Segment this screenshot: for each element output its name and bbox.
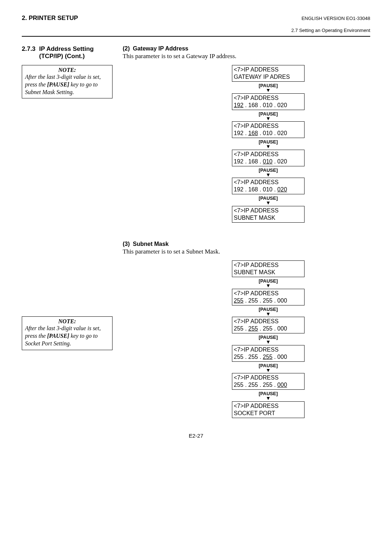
- display-line2: 192 . 168 . 010 . 020: [234, 186, 303, 193]
- display-box: <7>IP ADDRESS 255 . 255 . 255 . 000: [232, 317, 305, 333]
- display-line1: <7>IP ADDRESS: [234, 374, 303, 381]
- display-line1: <7>IP ADDRESS: [234, 207, 303, 214]
- subsection-title: Gateway IP Address: [133, 45, 188, 52]
- display-line1: <7>IP ADDRESS: [234, 346, 303, 353]
- ip-segment: 192: [234, 102, 244, 108]
- display-box: <7>IP ADDRESS 192 . 168 . 010 . 020: [232, 178, 305, 194]
- ip-segment: 010: [263, 158, 273, 165]
- ip-segment: 000: [277, 382, 287, 388]
- ip-segment: 255: [234, 297, 244, 304]
- gateway-flow: <7>IP ADDRESS GATEWAY IP ADRES [PAUSE] ▼…: [166, 65, 370, 223]
- note-body: After the last 3-digit value is set, pre…: [25, 73, 109, 96]
- display-line2: SUBNET MASK: [234, 269, 303, 276]
- display-box: <7>IP ADDRESS 192 . 168 . 010 . 020: [232, 121, 305, 138]
- arrow-down-icon: ▼: [266, 117, 271, 121]
- gateway-desc: This parameter is to set a Gateway IP ad…: [123, 53, 370, 60]
- display-line1: <7>IP ADDRESS: [234, 122, 303, 130]
- display-box: <7>IP ADDRESS SUBNET MASK: [232, 260, 305, 277]
- note-box-1: NOTE: After the last 3-digit value is se…: [22, 65, 113, 98]
- ip-segment: 255: [263, 354, 273, 360]
- section-number: 2.7.3: [22, 45, 36, 60]
- arrow-down-icon: ▼: [266, 312, 271, 317]
- subsection-subnet-head: (3)Subnet Mask: [123, 241, 370, 247]
- arrow-down-icon: ▼: [266, 173, 271, 178]
- display-line2: GATEWAY IP ADRES: [234, 73, 303, 81]
- header-chapter: 2. PRINTER SETUP: [22, 15, 78, 22]
- display-line2: 255 . 255 . 255 . 000: [234, 325, 303, 332]
- note-box-2: NOTE: After the last 3-digit value is se…: [22, 316, 113, 350]
- note-title: NOTE:: [25, 67, 109, 73]
- display-box: <7>IP ADDRESS SUBNET MASK: [232, 206, 305, 223]
- header-version: ENGLISH VERSION EO1-33048: [302, 16, 370, 21]
- arrow-down-icon: ▼: [266, 284, 271, 288]
- subnet-desc: This parameter is to set a Subnet Mask.: [123, 248, 370, 255]
- arrow-down-icon: ▼: [266, 368, 271, 373]
- display-line2: 192 . 168 . 010 . 020: [234, 102, 303, 109]
- display-box: <7>IP ADDRESS GATEWAY IP ADRES: [232, 65, 305, 82]
- display-box: <7>IP ADDRESS 255 . 255 . 255 . 000: [232, 345, 305, 362]
- arrow-down-icon: ▼: [266, 340, 271, 345]
- arrow-down-icon: ▼: [266, 201, 271, 206]
- section-title: IP Address Setting (TCP/IP) (Cont.): [39, 45, 113, 60]
- display-box: <7>IP ADDRESS 192 . 168 . 010 . 020: [232, 150, 305, 166]
- display-line1: <7>IP ADDRESS: [234, 402, 303, 410]
- subsection-number: (2): [123, 45, 133, 52]
- note-key: [PAUSE]: [47, 81, 69, 88]
- ip-segment: 020: [277, 186, 287, 193]
- note-body: After the last 3-digit value is set, pre…: [25, 325, 109, 347]
- display-line2: 255 . 255 . 255 . 000: [234, 353, 303, 361]
- display-line2: SOCKET PORT: [234, 410, 303, 417]
- display-line2: SUBNET MASK: [234, 214, 303, 222]
- header-rule: [22, 36, 370, 37]
- arrow-down-icon: ▼: [266, 396, 271, 401]
- display-line1: <7>IP ADDRESS: [234, 94, 303, 102]
- display-box: <7>IP ADDRESS SOCKET PORT: [232, 401, 305, 418]
- display-line1: <7>IP ADDRESS: [234, 262, 303, 269]
- note-title: NOTE:: [25, 318, 109, 325]
- display-box: <7>IP ADDRESS 255 . 255 . 255 . 000: [232, 289, 305, 305]
- note-key: [PAUSE]: [47, 333, 69, 339]
- display-line2: 255 . 255 . 255 . 000: [234, 381, 303, 389]
- ip-segment: 168: [248, 130, 258, 136]
- subsection-gateway-head: (2)Gateway IP Address: [123, 45, 370, 52]
- page-number: E2-27: [22, 433, 370, 439]
- ip-segment: 255: [248, 325, 258, 332]
- display-line1: <7>IP ADDRESS: [234, 290, 303, 297]
- subsection-number: (3): [123, 241, 133, 247]
- subnet-flow: <7>IP ADDRESS SUBNET MASK [PAUSE] ▼ <7>I…: [166, 260, 370, 418]
- display-line2: 192 . 168 . 010 . 020: [234, 130, 303, 137]
- display-line2: 255 . 255 . 255 . 000: [234, 297, 303, 304]
- display-line1: <7>IP ADDRESS: [234, 66, 303, 73]
- header-section: 2.7 Setting an Operating Environment: [22, 28, 370, 33]
- display-line1: <7>IP ADDRESS: [234, 318, 303, 325]
- subsection-title: Subnet Mask: [133, 241, 169, 247]
- arrow-down-icon: ▼: [266, 88, 271, 93]
- display-line1: <7>IP ADDRESS: [234, 179, 303, 186]
- display-line1: <7>IP ADDRESS: [234, 151, 303, 158]
- section-heading: 2.7.3 IP Address Setting (TCP/IP) (Cont.…: [22, 45, 113, 60]
- arrow-down-icon: ▼: [266, 145, 271, 149]
- display-line2: 192 . 168 . 010 . 020: [234, 158, 303, 165]
- display-box: <7>IP ADDRESS 192 . 168 . 010 . 020: [232, 93, 305, 110]
- display-box: <7>IP ADDRESS 255 . 255 . 255 . 000: [232, 373, 305, 390]
